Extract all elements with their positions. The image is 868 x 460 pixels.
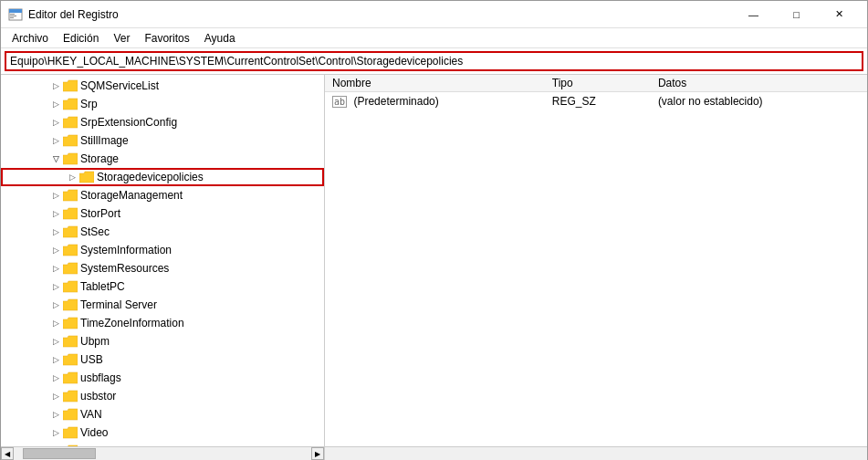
tree-item-usbstor[interactable]: ▷ usbstor	[1, 387, 324, 405]
tree-item-tabletpc[interactable]: ▷ TabletPC	[1, 277, 324, 296]
folder-icon	[63, 335, 78, 348]
scroll-right-arrow[interactable]: ▶	[311, 447, 324, 460]
folder-icon	[63, 207, 78, 220]
expand-icon: ▷	[48, 425, 63, 440]
expand-icon: ▷	[48, 298, 63, 312]
menu-archivo[interactable]: Archivo	[5, 30, 56, 47]
tree-label: Video	[80, 426, 108, 439]
svg-marker-23	[63, 409, 78, 420]
svg-marker-7	[63, 117, 78, 128]
tree-item-srpextension[interactable]: ▷ SrpExtensionConfig	[1, 113, 324, 131]
expand-icon: ▷	[48, 352, 63, 367]
tree-item-storagedevicepolicies[interactable]: ▷ Storagedevicepolicies	[1, 168, 324, 186]
registry-editor-window: Editor del Registro — □ ✕ Archivo Edició…	[0, 0, 868, 460]
tree-label: Storagedevicepolicies	[97, 171, 204, 183]
menu-bar: Archivo Edición Ver Favoritos Ayuda	[1, 28, 867, 48]
svg-marker-15	[63, 263, 78, 274]
tree-hscroll-thumb[interactable]	[23, 448, 96, 459]
folder-icon	[63, 134, 78, 147]
expand-icon: ▷	[48, 97, 63, 111]
tree-item-stsec[interactable]: ▷ StSec	[1, 223, 324, 241]
tree-label: SystemInformation	[80, 244, 172, 256]
tree-label: USB	[80, 353, 103, 366]
svg-rect-2	[10, 14, 15, 15]
tree-label: StorageManagement	[80, 189, 183, 202]
title-bar: Editor del Registro — □ ✕	[1, 1, 867, 28]
right-hscroll-track	[325, 447, 867, 460]
svg-marker-22	[63, 391, 78, 402]
tree-item-terminalserver[interactable]: ▷ Terminal Server	[1, 296, 324, 314]
table-row[interactable]: ab (Predeterminado) REG_SZ (valor no est…	[325, 92, 867, 110]
menu-favoritos[interactable]: Favoritos	[137, 30, 196, 47]
folder-icon	[63, 116, 78, 129]
svg-marker-21	[63, 372, 78, 383]
tree-item-storport[interactable]: ▷ StorPort	[1, 204, 324, 223]
tree-item-storage[interactable]: ▽ Storage	[1, 150, 324, 168]
tree-item-sqmservicelist[interactable]: ▷ SQMServiceList	[1, 77, 324, 95]
tree-item-video[interactable]: ▷ Video	[1, 423, 324, 442]
tree-item-stillimage[interactable]: ▷ StillImage	[1, 131, 324, 150]
tree-item-usbflags[interactable]: ▷ usbflags	[1, 369, 324, 387]
expand-icon: ▷	[48, 316, 63, 330]
expand-icon: ▷	[48, 133, 63, 148]
tree-label: StSec	[80, 225, 110, 238]
svg-marker-8	[63, 135, 78, 146]
tree-label: Storage	[80, 152, 119, 165]
expand-icon: ▷	[48, 243, 63, 257]
tree-label: usbstor	[80, 390, 116, 402]
tree-item-ubpm[interactable]: ▷ Ubpm	[1, 332, 324, 350]
row-type: REG_SZ	[545, 92, 651, 110]
folder-icon	[63, 189, 78, 202]
expand-icon: ▷	[48, 334, 63, 349]
right-pane: Nombre Tipo Datos ab (Predeterminado) RE…	[325, 75, 867, 446]
folder-icon	[63, 408, 78, 421]
folder-icon	[63, 152, 78, 165]
folder-icon	[63, 317, 78, 329]
row-name: ab (Predeterminado)	[325, 92, 545, 110]
folder-icon	[63, 225, 78, 238]
tree-item-timezoneinformation[interactable]: ▷ TimeZoneInformation	[1, 314, 324, 332]
row-name-text: (Predeterminado)	[353, 95, 438, 108]
row-data: (valor no establecido)	[651, 92, 867, 110]
tree-item-systeminformation[interactable]: ▷ SystemInformation	[1, 241, 324, 259]
address-bar	[1, 48, 867, 75]
menu-ver[interactable]: Ver	[106, 30, 137, 47]
close-button[interactable]: ✕	[819, 1, 860, 28]
tree-label: TimeZoneInformation	[80, 317, 184, 329]
menu-edicion[interactable]: Edición	[56, 30, 106, 47]
tree-item-van[interactable]: ▷ VAN	[1, 405, 324, 423]
tree-label: SrpExtensionConfig	[80, 116, 177, 129]
right-hscroll[interactable]	[325, 447, 867, 460]
expand-icon: ▽	[48, 152, 63, 166]
svg-marker-20	[63, 354, 78, 365]
tree-item-storagemanagement[interactable]: ▷ StorageManagement	[1, 186, 324, 204]
folder-icon	[79, 171, 94, 183]
ab-icon: ab	[332, 96, 347, 108]
menu-ayuda[interactable]: Ayuda	[197, 30, 243, 47]
scroll-left-arrow[interactable]: ◀	[1, 447, 14, 460]
folder-icon	[63, 244, 78, 256]
tree-item-usb[interactable]: ▷ USB	[1, 350, 324, 369]
svg-marker-14	[63, 245, 78, 256]
tree-item-systemresources[interactable]: ▷ SystemResources	[1, 259, 324, 277]
svg-marker-6	[63, 99, 78, 110]
col-nombre[interactable]: Nombre	[325, 75, 545, 92]
tree-label: StorPort	[80, 207, 120, 220]
folder-icon	[63, 262, 78, 275]
svg-rect-3	[10, 16, 16, 16]
tree-label: SQMServiceList	[80, 79, 159, 92]
col-datos[interactable]: Datos	[651, 75, 867, 92]
folder-icon	[63, 280, 78, 293]
maximize-button[interactable]: □	[776, 1, 817, 28]
folder-icon	[63, 98, 78, 110]
tree-item-srp[interactable]: ▷ Srp	[1, 95, 324, 113]
expand-icon: ▷	[48, 206, 63, 221]
svg-marker-10	[79, 172, 94, 183]
address-input[interactable]	[5, 51, 863, 71]
minimize-button[interactable]: —	[733, 1, 774, 28]
tree-hscroll[interactable]: ◀ ▶	[1, 447, 325, 460]
col-tipo[interactable]: Tipo	[545, 75, 651, 92]
registry-table: Nombre Tipo Datos ab (Predeterminado) RE…	[325, 75, 867, 110]
tree-label: SystemResources	[80, 262, 169, 275]
tree-pane[interactable]: ▷ SQMServiceList ▷ Srp ▷ SrpE	[1, 75, 325, 446]
